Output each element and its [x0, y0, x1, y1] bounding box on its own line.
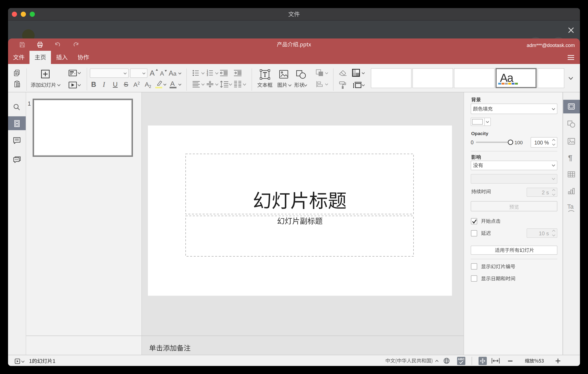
- svg-text:3: 3: [207, 74, 208, 76]
